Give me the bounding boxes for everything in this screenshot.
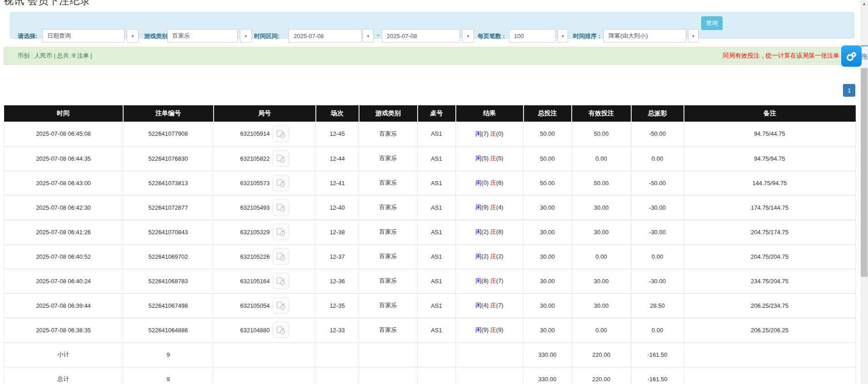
video-replay-button[interactable] (273, 224, 289, 240)
video-replay-button[interactable] (273, 199, 289, 216)
query-type-caret-icon[interactable]: ▾ (127, 29, 139, 43)
video-replay-button[interactable] (273, 126, 289, 142)
empty-table-cell (418, 342, 456, 367)
empty-session-cell (316, 367, 359, 384)
video-replay-button[interactable] (273, 150, 289, 167)
time-cell: 2025-07-08 06:40:24 (4, 269, 123, 293)
table-no-cell: AS1 (418, 293, 456, 318)
baidu-netdisk-button[interactable] (841, 45, 862, 67)
banker-value: (4) (496, 204, 504, 211)
banker-value: (2) (496, 253, 504, 260)
total-bet-sum-cell: 330.00 (524, 367, 572, 384)
total-bet-cell[interactable]: 30.00 (524, 220, 572, 244)
payout-cell: 0.00 (631, 244, 684, 269)
date-to-caret-icon[interactable]: ▾ (462, 29, 474, 43)
player-value: (9) (481, 326, 489, 333)
table-no-cell: AS1 (418, 146, 456, 171)
banker-label: 庄 (490, 155, 496, 162)
per-page-select[interactable] (509, 29, 556, 43)
player-value: (7) (481, 130, 489, 137)
round-id-cell: 632105226 (214, 244, 316, 269)
date-from-caret-icon[interactable]: ▾ (363, 29, 374, 43)
round-id-cell: 632105054 (214, 293, 316, 318)
player-label: 闲 (475, 179, 481, 186)
payout-sum-cell: -161.50 (631, 342, 684, 367)
player-value: (4) (481, 302, 489, 309)
game-type-cell: 百家乐 (359, 171, 418, 195)
video-replay-button[interactable] (273, 248, 289, 265)
payout-cell: 28.50 (631, 293, 684, 318)
total-bet-cell[interactable]: 30.00 (524, 318, 572, 342)
bet-id-cell: 522641064886 (123, 318, 214, 342)
table-no-cell: AS1 (418, 269, 456, 293)
empty-result-cell (456, 367, 524, 384)
time-cell: 2025-07-08 06:43:00 (4, 171, 123, 195)
table-header-row: 时间注单编号局号场次游戏类别桌号结果总投注有效投注总派彩备注 (4, 105, 856, 122)
total-bet-cell[interactable]: 50.00 (524, 171, 572, 195)
video-icon (276, 276, 286, 286)
round-id-text: 632104880 (240, 327, 269, 334)
total-bet-cell[interactable]: 30.00 (524, 195, 572, 220)
currency-summary-text: 币别 : 人民币 | 总共 :9 注单 | (18, 47, 92, 64)
total-bet-cell[interactable]: 30.00 (524, 269, 572, 293)
banker-value: (9) (496, 326, 504, 333)
round-id-text: 632105329 (240, 229, 269, 236)
total-bet-cell[interactable]: 50.00 (524, 122, 572, 146)
scrollbar-thumb[interactable] (861, 68, 868, 277)
table-no-cell: AS1 (418, 122, 456, 146)
drag-handle-strip[interactable]: 拖 (861, 45, 868, 67)
total-label-cell: 小计 (4, 342, 123, 367)
valid-bet-cell: 0.00 (572, 244, 631, 269)
time-sort-caret-icon[interactable]: ▾ (688, 29, 698, 43)
banker-label: 庄 (490, 277, 496, 284)
bet-id-cell: 522641069702 (123, 244, 214, 269)
time-sort-select[interactable] (604, 29, 686, 43)
video-replay-button[interactable] (273, 297, 289, 314)
banker-label: 庄 (490, 326, 496, 333)
total-bet-cell[interactable]: 30.00 (524, 293, 572, 318)
banker-value: (0) (496, 130, 504, 137)
result-cell: 闲(2) 庄(2) (456, 244, 524, 269)
video-replay-button[interactable] (273, 322, 289, 338)
session-cell: 12-45 (316, 122, 359, 146)
session-cell: 12-37 (316, 244, 359, 269)
bet-id-cell: 522641077908 (123, 122, 214, 146)
round-id-cell: 632104880 (214, 318, 316, 342)
scroll-up-arrow-icon[interactable]: ▲ (860, 0, 868, 7)
video-replay-button[interactable] (273, 175, 289, 191)
game-type-cell: 百家乐 (359, 244, 418, 269)
video-icon (276, 300, 286, 310)
payout-cell: -30.00 (631, 269, 684, 293)
valid-bet-cell: 50.00 (572, 171, 631, 195)
payout-cell: 0.00 (631, 318, 684, 342)
date-to-input[interactable] (382, 29, 460, 43)
search-button[interactable]: 查询 (701, 16, 723, 30)
payout-cell: -30.00 (631, 195, 684, 220)
game-type-cell: 百家乐 (359, 146, 418, 171)
round-id-cell: 632105822 (214, 146, 316, 171)
total-bet-cell[interactable]: 30.00 (524, 244, 572, 269)
query-type-select[interactable] (42, 29, 125, 43)
video-replay-button[interactable] (273, 273, 289, 289)
pagination-page-1-button[interactable]: 1 (843, 84, 855, 97)
empty-game-cell (359, 342, 418, 367)
game-type-caret-icon[interactable]: ▾ (240, 29, 252, 43)
round-id-cell: 632105573 (214, 171, 316, 195)
empty-session-cell (316, 342, 359, 367)
result-cell: 闲(7) 庄(0) (456, 122, 524, 146)
game-type-select[interactable] (167, 29, 238, 43)
player-label: 闲 (475, 253, 481, 260)
per-page-caret-icon[interactable]: ▾ (558, 29, 568, 43)
time-cell: 2025-07-08 06:38:35 (4, 318, 123, 342)
round-id-text: 632105914 (240, 130, 269, 137)
date-from-input[interactable] (289, 29, 362, 43)
column-header: 注单编号 (123, 105, 214, 122)
banker-value: (6) (496, 179, 504, 186)
subtotal-row: 小计9330.00220.00-161.50 (4, 342, 856, 367)
result-cell: 闲(5) 庄(5) (456, 146, 524, 171)
total-bet-cell[interactable]: 50.00 (524, 146, 572, 171)
per-page-label: 每页笔数 : (478, 32, 505, 40)
banker-label: 庄 (490, 302, 496, 309)
valid-bet-sum-cell: 220.00 (572, 342, 631, 367)
player-label: 闲 (475, 277, 481, 284)
